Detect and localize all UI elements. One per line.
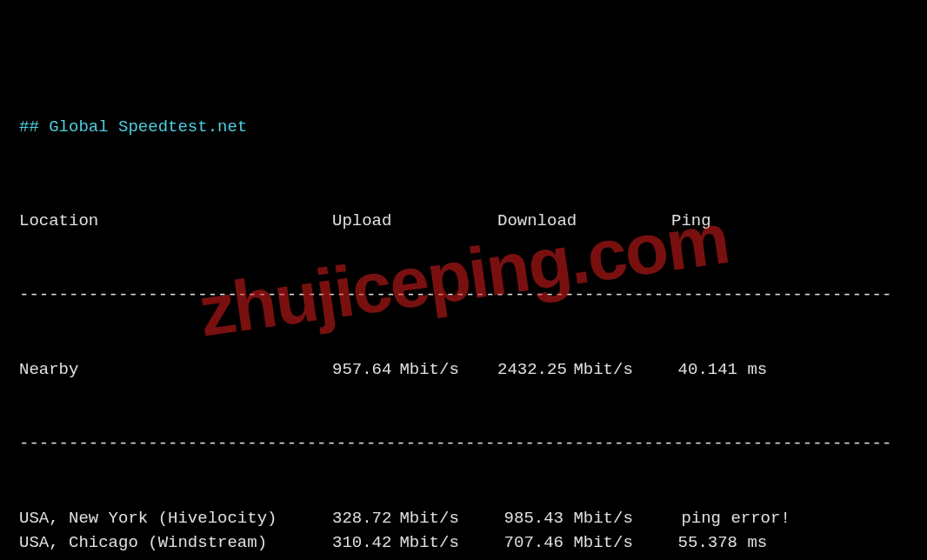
row-download: 985.43 Mbit/s — [497, 506, 671, 531]
results-list: USA, New York (Hivelocity)328.72 Mbit/s9… — [19, 506, 908, 561]
divider-line: ----------------------------------------… — [19, 431, 908, 457]
row-location: USA, Chicago (Windstream) — [19, 530, 332, 556]
row-upload: 310.42 Mbit/s — [332, 530, 497, 556]
row-ping: ping error! — [671, 506, 790, 531]
table-row: USA, Miami (Comcast)317.31 Mbit/s925.22 … — [19, 556, 908, 561]
table-row: USA, Chicago (Windstream)310.42 Mbit/s70… — [19, 530, 908, 556]
header-download: Download — [497, 209, 671, 234]
row-location: USA, New York (Hivelocity) — [19, 506, 332, 531]
section-title: ## Global Speedtest.net — [19, 115, 908, 140]
nearby-download: 2432.25 Mbit/s — [497, 357, 671, 383]
row-download: 707.46 Mbit/s — [497, 530, 671, 556]
nearby-row: Nearby957.64 Mbit/s2432.25 Mbit/s40.141 … — [19, 357, 908, 383]
row-upload: 328.72 Mbit/s — [332, 506, 497, 531]
nearby-upload: 957.64 Mbit/s — [332, 357, 497, 383]
divider-line: ----------------------------------------… — [19, 283, 908, 308]
header-upload: Upload — [332, 209, 497, 234]
table-row: USA, New York (Hivelocity)328.72 Mbit/s9… — [19, 506, 908, 531]
header-location: Location — [19, 209, 332, 234]
row-location: USA, Miami (Comcast) — [19, 556, 332, 561]
nearby-ping: 40.141 ms — [671, 357, 767, 383]
row-upload: 317.31 Mbit/s — [332, 556, 497, 561]
header-ping: Ping — [671, 209, 711, 234]
table-header: LocationUploadDownloadPing — [19, 209, 908, 234]
row-ping: 60.066 ms — [671, 556, 767, 561]
nearby-location: Nearby — [19, 357, 332, 383]
row-ping: 55.378 ms — [671, 530, 767, 556]
row-download: 925.22 Mbit/s — [497, 556, 671, 561]
